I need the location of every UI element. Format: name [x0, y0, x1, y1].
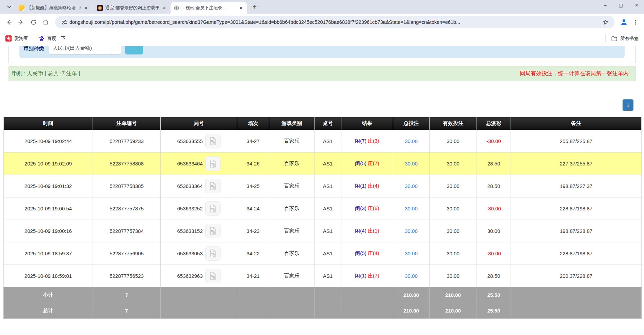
video-replay-button[interactable]: [205, 246, 221, 261]
tab-tongbao[interactable]: 通宝-信誉最好的网上游戏平台 ✕: [94, 2, 171, 14]
player-result: 闲(1): [355, 183, 366, 189]
video-replay-button[interactable]: [205, 224, 221, 238]
cell-payout: 28.50: [477, 175, 511, 197]
total-bet-link[interactable]: 30.00: [405, 138, 418, 144]
total-bet-link[interactable]: 30.00: [405, 183, 418, 189]
cell-total-bet: 30.00: [393, 242, 430, 265]
bet-row: 2025-10-09 18:59:01 522877756523 6536329…: [4, 265, 642, 287]
player-result: 闲(5): [355, 250, 366, 256]
search-form-panel: 币别种类: 人民币(出入金额): [8, 46, 636, 63]
bet-row: 2025-10-09 19:01:32 522877758385 6536333…: [4, 175, 642, 197]
address-bar[interactable]: dongshouji.com/ipl/portal.php/game/betre…: [55, 16, 615, 28]
search-submit-button[interactable]: [125, 46, 143, 54]
browser-toolbar: dongshouji.com/ipl/portal.php/game/betre…: [0, 14, 644, 31]
bookmark-baidu[interactable]: 百度一下: [38, 35, 66, 42]
video-replay-icon: [208, 226, 218, 236]
cell-total-bet: 30.00: [393, 130, 430, 153]
total-bet-link[interactable]: 30.00: [405, 273, 418, 279]
bet-record-page: 币别种类: 人民币(出入金额) 币别 : 人民币 | 总共 :7 注单 | 同局…: [0, 46, 644, 335]
home-icon: [42, 19, 49, 26]
video-replay-button[interactable]: [205, 269, 221, 283]
pagination: 1: [0, 99, 633, 111]
round-number: 653632963: [177, 273, 203, 279]
cell-remark: 255.87/225.87: [511, 130, 642, 153]
cell-bet-id: 522877757384: [93, 220, 161, 242]
bookmark-aitaobao[interactable]: 淘 爱淘宝: [5, 35, 28, 42]
cell-payout: 28.50: [477, 265, 511, 287]
tab-forum[interactable]: 【新提醒】海燕策略论坛 - 综合 ✕: [16, 2, 92, 14]
home-button[interactable]: [40, 17, 51, 28]
player-result: 闲(5): [355, 160, 366, 166]
back-button[interactable]: [3, 17, 14, 28]
bet-row: 2025-10-09 19:00:54 522877757875 6536332…: [4, 197, 642, 220]
minimize-button[interactable]: –: [602, 2, 608, 8]
cell-session: 34-22: [237, 242, 269, 265]
cell-valid-bet: 30.00: [430, 130, 477, 153]
column-header: 备注: [511, 117, 642, 130]
cell-game-type: 百家乐: [269, 197, 315, 220]
forward-button[interactable]: [16, 17, 27, 28]
round-number: 653633152: [177, 228, 203, 234]
cell-total-bet: 30.00: [393, 175, 430, 197]
profile-button[interactable]: [619, 17, 629, 27]
tab-bet-record[interactable]: :::视讯 会员下注纪录::: ✕: [171, 2, 247, 14]
total-bet-link[interactable]: 30.00: [405, 161, 418, 166]
cell-round: 653633152: [161, 220, 237, 242]
round-number: 653633364: [177, 183, 203, 189]
new-tab-button[interactable]: +: [250, 2, 259, 11]
page-1-button[interactable]: 1: [623, 99, 633, 111]
subtotal-row: 小计 7 210.00 210.00 25.50: [4, 287, 642, 303]
column-header: 注单编号: [93, 117, 161, 130]
close-window-button[interactable]: ✕: [634, 2, 639, 8]
summary-bar: 币别 : 人民币 | 总共 :7 注单 | 同局有效投注，统一计算在该局第一张注…: [9, 66, 636, 81]
bookmark-star-button[interactable]: [600, 17, 611, 27]
bookmarks-divider: [605, 35, 606, 42]
browser-menu-button[interactable]: [630, 17, 641, 27]
bet-row: 2025-10-09 19:02:44 522877759233 6536335…: [4, 130, 642, 153]
bookmark-label: 爱淘宝: [14, 35, 28, 42]
cell-total-bet: 30.00: [393, 220, 430, 242]
banker-result: 庄(3): [368, 138, 379, 144]
footer-label: 总计: [4, 303, 93, 319]
cell-payout: -30.00: [477, 242, 511, 265]
tab-close-icon[interactable]: ✕: [238, 5, 244, 11]
bookmark-label: 百度一下: [47, 35, 66, 42]
round-number: 653633053: [177, 251, 203, 256]
cell-time: 2025-10-09 18:59:37: [4, 242, 93, 265]
cell-total-bet: 30.00: [393, 197, 430, 220]
cell-result: 闲(1) 庄(4): [341, 175, 393, 197]
profile-avatar-icon: [620, 18, 628, 26]
cell-table: AS1: [315, 175, 341, 197]
cell-bet-id: 522877758808: [93, 153, 161, 175]
tab-search-button[interactable]: [4, 2, 14, 12]
video-replay-button[interactable]: [205, 201, 221, 216]
reload-button[interactable]: [28, 17, 39, 28]
footer-total-bet: 210.00: [393, 303, 430, 319]
currency-select[interactable]: 人民币(出入金额): [49, 46, 121, 54]
video-replay-button[interactable]: [205, 179, 221, 193]
all-bookmarks-button[interactable]: 所有书签: [611, 35, 639, 42]
cell-valid-bet: 30.00: [430, 197, 477, 220]
video-replay-button[interactable]: [205, 156, 221, 171]
footer-payout: 25.50: [477, 287, 511, 303]
url-text[interactable]: dongshouji.com/ipl/portal.php/game/betre…: [69, 19, 600, 25]
footer-label: 小计: [4, 287, 93, 303]
player-result: 闲(1): [355, 273, 366, 278]
cell-round: 653633555: [161, 130, 237, 153]
total-bet-link[interactable]: 30.00: [405, 251, 418, 256]
maximize-button[interactable]: ▢: [618, 2, 624, 8]
total-bet-link[interactable]: 30.00: [405, 206, 418, 211]
cell-time: 2025-10-09 19:00:54: [4, 197, 93, 220]
tab-close-icon[interactable]: ✕: [161, 5, 167, 11]
footer-count: 7: [93, 287, 161, 303]
video-replay-button[interactable]: [205, 134, 221, 148]
player-result: 闲(7): [355, 138, 366, 144]
column-header: 游戏类别: [269, 117, 315, 130]
site-info-button[interactable]: [59, 17, 69, 27]
bet-row: 2025-10-09 19:00:16 522877757384 6536331…: [4, 220, 642, 242]
chevron-down-icon: [7, 4, 12, 9]
tab-close-icon[interactable]: ✕: [83, 5, 89, 11]
total-bet-link[interactable]: 30.00: [405, 228, 418, 234]
browser-window: 【新提醒】海燕策略论坛 - 综合 ✕ 通宝-信誉最好的网上游戏平台 ✕ :::视…: [0, 0, 644, 335]
column-header: 局号: [161, 117, 237, 130]
